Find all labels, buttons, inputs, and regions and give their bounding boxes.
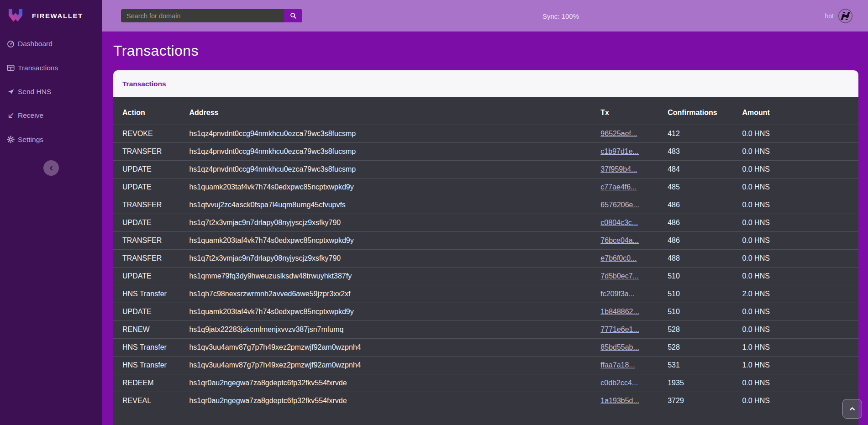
- address-cell: hs1qv3uu4amv87g7p7h49xez2pmzwjf92am0wzpn…: [189, 357, 600, 374]
- sidebar-item-send-hns[interactable]: Send HNS: [0, 80, 102, 104]
- table-row: REVEALhs1qr0au2ngegwa7za8gdeptc6fp32fkv5…: [113, 392, 858, 410]
- sync-status: Sync: 100%: [542, 12, 579, 20]
- action-cell: RENEW: [113, 321, 189, 339]
- amount-cell: 0.0 HNS: [742, 250, 858, 268]
- confirmations-cell: 412: [668, 125, 742, 143]
- confirmations-cell: 528: [668, 321, 742, 339]
- column-header-action: Action: [113, 97, 189, 125]
- column-header-address: Address: [189, 97, 600, 125]
- tx-link[interactable]: 6576206e...: [600, 201, 639, 209]
- brand-name: FIREWALLET: [32, 12, 83, 20]
- tx-link[interactable]: 7d5b0ec7...: [600, 272, 639, 280]
- amount-cell: 1.0 HNS: [742, 357, 858, 374]
- tx-cell: c0804c3c...: [600, 214, 668, 232]
- address-cell: hs1quamk203taf4vk7h74s0edxpwc85ncptxwpkd…: [189, 232, 600, 250]
- confirmations-cell: 483: [668, 143, 742, 161]
- tx-link[interactable]: 37f959b4...: [600, 165, 637, 173]
- sidebar-item-label: Send HNS: [18, 88, 51, 96]
- brand-logo[interactable]: FIREWALLET: [0, 0, 102, 31]
- tx-link[interactable]: 85bd55ab...: [600, 343, 639, 351]
- action-cell: TRANSFER: [113, 143, 189, 161]
- table-header-row: Action Address Tx Confirmations Amount: [113, 97, 858, 125]
- wallet-account-button[interactable]: hot: [825, 8, 853, 23]
- send-icon: [7, 88, 15, 95]
- sidebar-item-label: Transactions: [18, 64, 58, 72]
- sidebar-item-receive[interactable]: Receive: [0, 104, 102, 127]
- table-row: TRANSFERhs1q7t2x3vmjac9n7drlapy08nyjyscj…: [113, 250, 858, 268]
- sidebar-collapse-button[interactable]: [43, 160, 59, 176]
- tx-cell: 1a193b5d...: [600, 392, 668, 410]
- action-cell: HNS Transfer: [113, 357, 189, 374]
- confirmations-cell: 486: [668, 214, 742, 232]
- column-header-confirmations: Confirmations: [668, 97, 742, 125]
- tx-link[interactable]: e7b6f0c0...: [600, 254, 637, 262]
- sidebar: FIREWALLET Dashboard Transactions Send H…: [0, 0, 102, 425]
- tx-link[interactable]: c0db2cc4...: [600, 379, 638, 387]
- action-cell: UPDATE: [113, 268, 189, 285]
- tx-link[interactable]: 96525aef...: [600, 130, 637, 137]
- amount-cell: 0.0 HNS: [742, 392, 858, 410]
- confirmations-cell: 531: [668, 357, 742, 374]
- confirmations-cell: 486: [668, 196, 742, 214]
- action-cell: UPDATE: [113, 214, 189, 232]
- card-title: Transactions: [122, 80, 166, 88]
- scroll-to-top-button[interactable]: [842, 399, 862, 419]
- wallet-name: hot: [825, 12, 834, 20]
- table-row: UPDATEhs1q7t2x3vmjac9n7drlapy08nyjyscjz9…: [113, 214, 858, 232]
- address-cell: hs1qmme79fq3dy9hweuzuslksdw48trwuyhkt387…: [189, 268, 600, 285]
- tx-link[interactable]: 1a193b5d...: [600, 397, 639, 404]
- amount-cell: 0.0 HNS: [742, 321, 858, 339]
- sidebar-item-dashboard[interactable]: Dashboard: [0, 32, 102, 56]
- tx-link[interactable]: c1b97d1e...: [600, 147, 639, 155]
- address-cell: hs1qr0au2ngegwa7za8gdeptc6fp32fkv554fxrv…: [189, 392, 600, 410]
- amount-cell: 1.0 HNS: [742, 339, 858, 357]
- transactions-table: Action Address Tx Confirmations Amount R…: [113, 97, 858, 409]
- action-cell: REVOKE: [113, 125, 189, 143]
- table-icon: [7, 64, 15, 72]
- search-button[interactable]: [284, 9, 302, 22]
- table-row: HNS Transferhs1qh7c98nexsrzwrmnh2avved6a…: [113, 285, 858, 303]
- tx-cell: 76bce04a...: [600, 232, 668, 250]
- table-row: REDEEMhs1qr0au2ngegwa7za8gdeptc6fp32fkv5…: [113, 374, 858, 392]
- table-row: RENEWhs1q9jatx22283jzkcmlrnenjxvvzv387js…: [113, 321, 858, 339]
- tx-cell: c77ae4f6...: [600, 178, 668, 196]
- amount-cell: 0.0 HNS: [742, 125, 858, 143]
- tx-link[interactable]: c77ae4f6...: [600, 183, 637, 191]
- transactions-table-body: REVOKEhs1qz4pnvdnt0ccg94nmkhcu0ezca79wc3…: [113, 125, 858, 410]
- tx-link[interactable]: c0804c3c...: [600, 219, 638, 226]
- confirmations-cell: 485: [668, 178, 742, 196]
- search-icon: [290, 12, 297, 19]
- tx-cell: 7771e6e1...: [600, 321, 668, 339]
- tx-cell: 37f959b4...: [600, 161, 668, 178]
- receive-arrow-icon: [7, 112, 15, 120]
- tx-link[interactable]: fc209f3a...: [600, 290, 635, 298]
- sidebar-item-transactions[interactable]: Transactions: [0, 56, 102, 79]
- tx-cell: fc209f3a...: [600, 285, 668, 303]
- tx-cell: 1b848862...: [600, 303, 668, 321]
- action-cell: HNS Transfer: [113, 285, 189, 303]
- action-cell: UPDATE: [113, 178, 189, 196]
- sidebar-item-label: Settings: [18, 136, 43, 144]
- amount-cell: 0.0 HNS: [742, 303, 858, 321]
- confirmations-cell: 484: [668, 161, 742, 178]
- tx-link[interactable]: 76bce04a...: [600, 236, 639, 244]
- confirmations-cell: 510: [668, 285, 742, 303]
- tx-link[interactable]: ffaa7a18...: [600, 361, 635, 369]
- search-input[interactable]: [121, 9, 284, 22]
- sidebar-item-settings[interactable]: Settings: [0, 128, 102, 152]
- tx-link[interactable]: 7771e6e1...: [600, 325, 639, 333]
- sidebar-menu: Dashboard Transactions Send HNS Receive: [0, 31, 102, 152]
- table-row: TRANSFERhs1qz4pnvdnt0ccg94nmkhcu0ezca79w…: [113, 143, 858, 161]
- address-cell: hs1qz4pnvdnt0ccg94nmkhcu0ezca79wc3s8fucs…: [189, 161, 600, 178]
- transactions-table-wrap: Action Address Tx Confirmations Amount R…: [113, 97, 858, 425]
- tx-cell: ffaa7a18...: [600, 357, 668, 374]
- amount-cell: 0.0 HNS: [742, 196, 858, 214]
- confirmations-cell: 510: [668, 303, 742, 321]
- page-title: Transactions: [113, 42, 868, 59]
- firewallet-logo-icon: [8, 7, 23, 25]
- gear-icon: [7, 136, 15, 143]
- tx-link[interactable]: 1b848862...: [600, 308, 639, 315]
- domain-search: [121, 9, 302, 22]
- table-row: UPDATEhs1qz4pnvdnt0ccg94nmkhcu0ezca79wc3…: [113, 161, 858, 178]
- confirmations-cell: 3729: [668, 392, 742, 410]
